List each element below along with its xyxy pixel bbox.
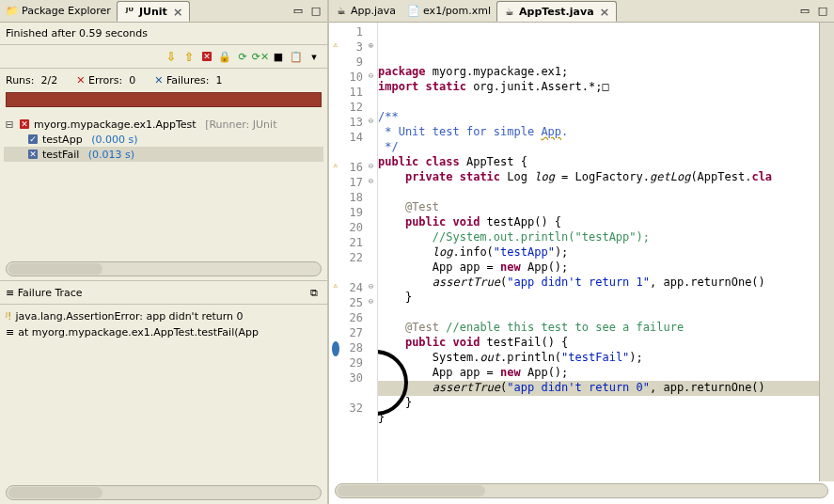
code-line[interactable]: public class AppTest { bbox=[378, 155, 819, 170]
trace-scrollbar[interactable] bbox=[6, 485, 322, 500]
fold-toggle[interactable] bbox=[365, 341, 377, 356]
marker-slot[interactable] bbox=[329, 356, 342, 371]
code-line[interactable]: } bbox=[378, 396, 819, 411]
code-line[interactable] bbox=[378, 185, 819, 200]
code-line[interactable] bbox=[378, 426, 819, 441]
code-line[interactable]: } bbox=[378, 291, 819, 306]
fold-toggle[interactable] bbox=[365, 266, 377, 281]
marker-slot[interactable] bbox=[329, 221, 342, 236]
tree-test-row[interactable]: ✕ testFail (0.013 s) bbox=[4, 147, 323, 162]
code-line[interactable]: System.out.println("testFail"); bbox=[378, 351, 819, 366]
marker-slot[interactable] bbox=[329, 341, 342, 356]
code-line[interactable]: App app = new App(); bbox=[378, 260, 819, 276]
code-line[interactable]: /** bbox=[378, 110, 819, 125]
code-line[interactable] bbox=[378, 306, 819, 321]
history-icon[interactable]: 📋 bbox=[289, 49, 304, 64]
next-failure-icon[interactable]: ⇩ bbox=[164, 49, 179, 64]
tab-junit[interactable]: ᴶᵁ JUnit × bbox=[117, 1, 190, 22]
marker-slot[interactable] bbox=[329, 25, 342, 40]
code-line[interactable]: App app = new App(); bbox=[378, 366, 819, 381]
marker-slot[interactable] bbox=[329, 266, 342, 281]
minimize-icon[interactable]: ▭ bbox=[291, 4, 306, 19]
tab-package-explorer[interactable]: 📁 Package Explorer bbox=[0, 1, 117, 22]
code-line[interactable]: @Test bbox=[378, 200, 819, 215]
line-number[interactable]: 3 bbox=[342, 40, 363, 55]
marker-slot[interactable] bbox=[329, 116, 342, 131]
line-number[interactable]: 20 bbox=[342, 221, 363, 236]
fold-toggle[interactable]: ⊖ bbox=[365, 71, 377, 86]
fold-toggle[interactable] bbox=[365, 221, 377, 236]
line-number[interactable]: 11 bbox=[342, 86, 363, 101]
fold-toggle[interactable] bbox=[365, 251, 377, 266]
code-editor[interactable]: ⚠⚠⚠ 139101112131416171819202122242526272… bbox=[329, 23, 834, 481]
trace-line[interactable]: ᴶ! java.lang.AssertionError: app didn't … bbox=[6, 308, 322, 324]
marker-slot[interactable] bbox=[329, 131, 342, 146]
line-number[interactable]: 29 bbox=[342, 356, 363, 371]
line-number[interactable]: 18 bbox=[342, 191, 363, 206]
fold-toggle[interactable]: ⊖ bbox=[365, 176, 377, 191]
fold-toggle[interactable] bbox=[365, 86, 377, 101]
fold-toggle[interactable] bbox=[365, 25, 377, 40]
fold-toggle[interactable] bbox=[365, 191, 377, 206]
line-number[interactable]: 24 bbox=[342, 281, 363, 296]
fold-toggle[interactable] bbox=[365, 236, 377, 251]
line-number[interactable]: 10 bbox=[342, 71, 363, 86]
code-line[interactable]: import static org.junit.Assert.*;□ bbox=[378, 80, 819, 95]
line-number[interactable]: 28 bbox=[342, 341, 363, 356]
fold-toggle[interactable]: ⊖ bbox=[365, 281, 377, 296]
fold-toggle[interactable] bbox=[365, 386, 377, 402]
fold-gutter[interactable]: ⊕⊖⊖⊖⊖⊖⊖ bbox=[365, 23, 378, 481]
collapse-icon[interactable]: ⊟ bbox=[4, 118, 15, 131]
fold-toggle[interactable] bbox=[365, 371, 377, 386]
marker-slot[interactable] bbox=[329, 71, 342, 86]
tab-app-java[interactable]: ☕ App.java bbox=[329, 1, 401, 22]
line-number[interactable]: 22 bbox=[342, 251, 363, 266]
marker-slot[interactable] bbox=[329, 176, 342, 191]
breakpoint-icon[interactable] bbox=[332, 341, 339, 356]
fold-toggle[interactable] bbox=[365, 55, 377, 71]
scrollbar-thumb[interactable] bbox=[338, 485, 485, 496]
fold-toggle[interactable] bbox=[365, 101, 377, 116]
code-line[interactable]: public void testApp() { bbox=[378, 215, 819, 230]
rerun-test-icon[interactable]: ⟳ bbox=[235, 49, 250, 64]
code-line[interactable]: assertTrue("app didn't return 1", app.re… bbox=[378, 276, 819, 291]
stop-icon[interactable]: ■ bbox=[271, 49, 286, 64]
scrollbar-thumb[interactable] bbox=[8, 263, 102, 275]
maximize-icon[interactable]: □ bbox=[308, 4, 323, 19]
marker-slot[interactable]: ⚠ bbox=[329, 281, 342, 296]
tree-scrollbar[interactable] bbox=[6, 261, 322, 276]
code-area[interactable]: package myorg.mypackage.ex1;import stati… bbox=[378, 23, 819, 481]
marker-slot[interactable] bbox=[329, 402, 342, 417]
prev-failure-icon[interactable]: ⇧ bbox=[181, 49, 197, 64]
line-number[interactable]: 21 bbox=[342, 236, 363, 251]
code-line[interactable]: @Test //enable this test to see a failur… bbox=[378, 321, 819, 336]
fold-toggle[interactable] bbox=[365, 131, 377, 146]
line-number[interactable]: 27 bbox=[342, 326, 363, 341]
code-line[interactable]: package myorg.mypackage.ex1; bbox=[378, 65, 819, 80]
close-icon[interactable]: × bbox=[173, 5, 183, 19]
fold-toggle[interactable] bbox=[365, 206, 377, 221]
tree-test-row[interactable]: ✓ testApp (0.000 s) bbox=[4, 132, 323, 147]
marker-slot[interactable] bbox=[329, 311, 342, 326]
marker-slot[interactable]: ⚠ bbox=[329, 40, 342, 55]
code-line[interactable]: public void testFail() { bbox=[378, 336, 819, 351]
line-number[interactable] bbox=[342, 386, 363, 402]
line-number[interactable]: 1 bbox=[342, 25, 363, 40]
compare-icon[interactable]: ⧉ bbox=[307, 285, 322, 300]
view-menu-icon[interactable]: ▾ bbox=[307, 49, 322, 64]
scrollbar-thumb[interactable] bbox=[8, 487, 102, 498]
line-number[interactable]: 14 bbox=[342, 131, 363, 146]
marker-slot[interactable] bbox=[329, 191, 342, 206]
line-number[interactable] bbox=[342, 146, 363, 161]
marker-gutter[interactable]: ⚠⚠⚠ bbox=[329, 23, 342, 481]
fold-toggle[interactable] bbox=[365, 146, 377, 161]
line-number[interactable]: 32 bbox=[342, 402, 363, 417]
maximize-icon[interactable]: □ bbox=[815, 4, 830, 19]
marker-slot[interactable] bbox=[329, 146, 342, 161]
marker-slot[interactable] bbox=[329, 236, 342, 251]
line-number[interactable]: 25 bbox=[342, 296, 363, 311]
line-number-gutter[interactable]: 1391011121314161718192021222425262728293… bbox=[342, 23, 365, 481]
fold-toggle[interactable] bbox=[365, 402, 377, 417]
line-number[interactable]: 26 bbox=[342, 311, 363, 326]
fold-toggle[interactable] bbox=[365, 311, 377, 326]
